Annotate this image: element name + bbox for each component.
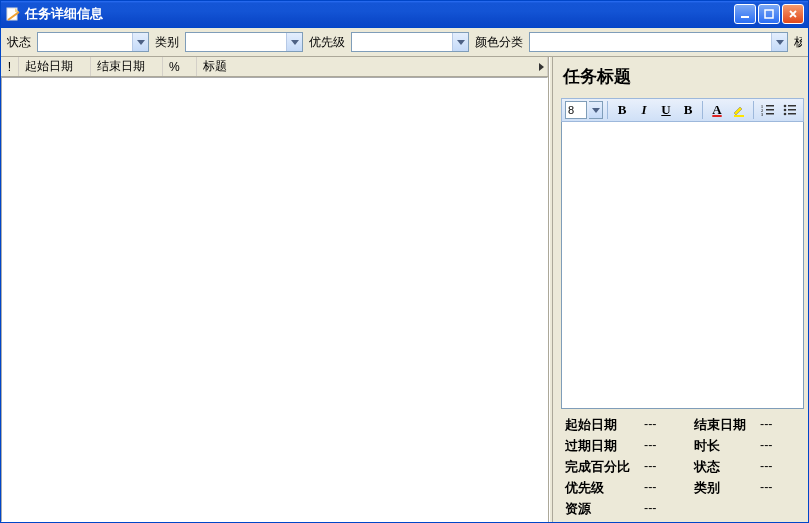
chevron-down-icon[interactable]	[771, 33, 787, 51]
chevron-down-icon[interactable]	[286, 33, 302, 51]
detail-status-value: ---	[760, 459, 800, 476]
column-title-label: 标题	[203, 58, 227, 75]
svg-text:3: 3	[761, 112, 763, 116]
numbered-list-button[interactable]: 1 2 3	[758, 100, 778, 120]
column-percent[interactable]: %	[163, 57, 197, 76]
detail-start-value: ---	[644, 417, 684, 434]
bold-button[interactable]: B	[612, 100, 632, 120]
detail-due-value: ---	[644, 438, 684, 455]
svg-rect-1	[741, 16, 749, 18]
filter-toolbar: 状态 类别 优先级 颜色分类 杨	[1, 28, 808, 57]
column-end-date[interactable]: 结束日期	[91, 57, 163, 76]
chevron-down-icon[interactable]	[452, 33, 468, 51]
svg-rect-7	[766, 109, 774, 111]
category-filter-combo[interactable]	[185, 32, 303, 52]
detail-duration-value: ---	[760, 438, 800, 455]
minimize-button[interactable]	[734, 4, 756, 24]
priority-filter-combo[interactable]	[351, 32, 469, 52]
svg-point-12	[784, 109, 787, 112]
detail-status-label: 状态	[694, 459, 750, 476]
status-filter-label: 状态	[7, 34, 31, 51]
svg-rect-11	[788, 105, 796, 107]
highlight-button[interactable]	[729, 100, 749, 120]
detail-end-label: 结束日期	[694, 417, 750, 434]
maximize-button[interactable]	[758, 4, 780, 24]
detail-category-label: 类别	[694, 480, 750, 497]
task-list-body[interactable]	[1, 77, 548, 522]
detail-resource-value: ---	[644, 501, 684, 518]
bullet-list-button[interactable]	[780, 100, 800, 120]
separator-icon	[702, 101, 703, 119]
title-bar: 任务详细信息	[1, 1, 808, 28]
color-filter-combo[interactable]	[529, 32, 788, 52]
status-filter-combo[interactable]	[37, 32, 149, 52]
detail-pct-label: 完成百分比	[565, 459, 634, 476]
svg-point-14	[784, 113, 787, 116]
main-split: ! 起始日期 结束日期 % 标题 任务标题 B I U B	[1, 57, 808, 522]
svg-rect-9	[766, 113, 774, 115]
detail-priority-label: 优先级	[565, 480, 634, 497]
color-filter-label: 颜色分类	[475, 34, 523, 51]
close-button[interactable]	[782, 4, 804, 24]
caret-right-icon	[539, 63, 544, 71]
detail-resource-label: 资源	[565, 501, 634, 518]
rich-text-area[interactable]	[561, 122, 804, 409]
svg-rect-13	[788, 109, 796, 111]
separator-icon	[607, 101, 608, 119]
editor-toolbar: B I U B A 1 2 3	[561, 98, 804, 122]
category-filter-label: 类别	[155, 34, 179, 51]
detail-pane: 任务标题 B I U B A 1 2 3	[553, 57, 808, 522]
column-overflow-button[interactable]	[532, 57, 548, 76]
detail-pct-value: ---	[644, 459, 684, 476]
window-title: 任务详细信息	[25, 5, 734, 23]
task-title-heading: 任务标题	[561, 61, 804, 98]
column-header-row: ! 起始日期 结束日期 % 标题	[1, 57, 548, 77]
svg-rect-3	[734, 115, 744, 117]
detail-start-label: 起始日期	[565, 417, 634, 434]
separator-icon	[753, 101, 754, 119]
svg-point-10	[784, 105, 787, 108]
detail-duration-label: 时长	[694, 438, 750, 455]
svg-rect-2	[765, 10, 773, 18]
detail-category-value: ---	[760, 480, 800, 497]
detail-priority-value: ---	[644, 480, 684, 497]
task-list-pane: ! 起始日期 结束日期 % 标题	[1, 57, 549, 522]
column-title[interactable]: 标题	[197, 57, 532, 76]
italic-button[interactable]: I	[634, 100, 654, 120]
font-color-button[interactable]: A	[707, 100, 727, 120]
svg-rect-15	[788, 113, 796, 115]
priority-filter-label: 优先级	[309, 34, 345, 51]
font-size-dropdown[interactable]	[589, 101, 603, 119]
detail-due-label: 过期日期	[565, 438, 634, 455]
underline-button[interactable]: U	[656, 100, 676, 120]
app-icon	[5, 6, 21, 22]
bold2-button[interactable]: B	[678, 100, 698, 120]
font-size-input[interactable]	[565, 101, 587, 119]
chevron-down-icon[interactable]	[132, 33, 148, 51]
detail-end-value: ---	[760, 417, 800, 434]
toolbar-overflow-text: 杨	[794, 34, 802, 51]
column-start-date[interactable]: 起始日期	[19, 57, 91, 76]
column-priority-mark[interactable]: !	[1, 57, 19, 76]
svg-rect-5	[766, 105, 774, 107]
detail-fields: 起始日期 --- 结束日期 --- 过期日期 --- 时长 --- 完成百分比 …	[561, 409, 804, 522]
